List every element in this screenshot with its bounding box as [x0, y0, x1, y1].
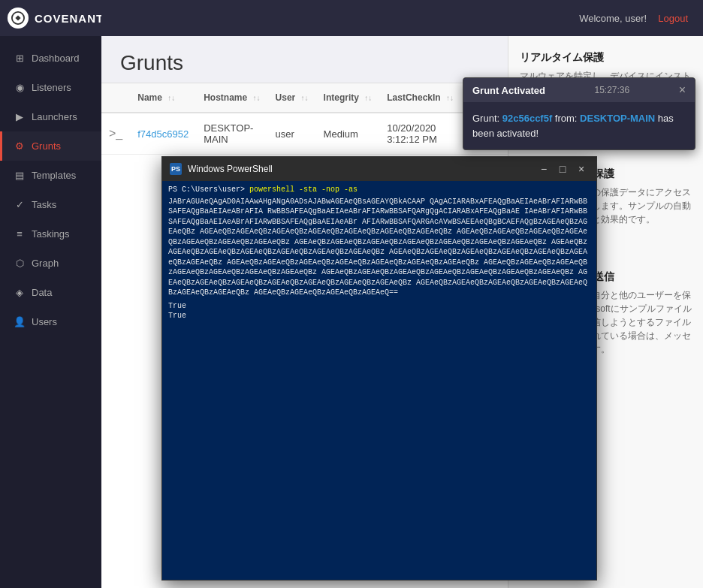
- welcome-text: Welcome, user!: [579, 13, 647, 24]
- col-name[interactable]: Name ↑↓: [130, 83, 196, 113]
- row-lastcheckin: 10/20/2020 3:12:12 PM: [379, 113, 461, 155]
- sort-name-icon: ↑↓: [167, 94, 175, 102]
- sidebar-item-listeners[interactable]: ◉ Listeners: [0, 73, 101, 102]
- sidebar-label-grunts: Grunts: [32, 140, 61, 152]
- listeners-icon: ◉: [14, 82, 26, 93]
- sidebar-label-tasks: Tasks: [32, 199, 56, 210]
- row-cmd[interactable]: >_: [101, 113, 130, 155]
- sort-lastcheckin-icon: ↑↓: [446, 94, 454, 102]
- row-integrity: Medium: [316, 113, 380, 155]
- sidebar-label-dashboard: Dashboard: [32, 53, 80, 64]
- row-name[interactable]: f74d5c6952: [130, 113, 196, 155]
- notification-title: Grunt Activated: [472, 85, 508, 96]
- launchers-icon: ▶: [14, 111, 26, 122]
- logout-button[interactable]: Logout: [658, 13, 688, 24]
- ps-command: powershell -sta -nop -as: [249, 185, 358, 194]
- dashboard-icon: ⊞: [14, 53, 26, 64]
- sidebar-item-templates[interactable]: ▤ Templates: [0, 161, 101, 190]
- notification-body: Grunt: 92c56ccf5f from: DESKTOP-MAIN has…: [463, 102, 508, 149]
- sidebar-label-templates: Templates: [32, 170, 76, 181]
- app-name: COVENANT: [35, 12, 104, 25]
- notification-grunt-id: 92c56ccf5f: [502, 113, 508, 124]
- taskings-icon: ≡: [14, 228, 26, 240]
- ps-output: JABrAGUAeQAgAD0AIAAwAHgANgA0ADsAJABwAGEA…: [168, 197, 508, 298]
- sidebar-label-launchers: Launchers: [32, 111, 77, 122]
- users-icon: 👤: [14, 316, 26, 327]
- grunts-table: Name ↑↓ Hostname ↑↓ User ↑↓: [101, 83, 508, 155]
- tasks-icon: ✓: [14, 199, 26, 210]
- ps-prompt: PS C:\Users\user>: [168, 185, 245, 194]
- ps-prompt-line: PS C:\Users\user> powershell -sta -nop -…: [168, 185, 508, 195]
- sidebar: COVENANT ⊞ Dashboard ◉ Listeners ▶ Launc…: [0, 0, 101, 588]
- logo-icon: [8, 8, 29, 29]
- sort-user-icon: ↑↓: [301, 94, 309, 102]
- app-logo: COVENANT: [0, 0, 101, 36]
- col-cmd: [101, 83, 130, 113]
- ps-result-2: True: [168, 311, 508, 321]
- notification-message: Grunt: 92c56ccf5f from: DESKTOP-MAIN has…: [472, 111, 508, 140]
- grunt-id-link[interactable]: f74d5c6952: [137, 128, 189, 140]
- page-title: Grunts: [120, 51, 489, 75]
- sidebar-item-dashboard[interactable]: ⊞ Dashboard: [0, 44, 101, 73]
- row-hostname: DESKTOP-MAIN: [196, 113, 267, 155]
- sidebar-item-taskings[interactable]: ≡ Taskings: [0, 219, 101, 249]
- templates-icon: ▤: [14, 170, 26, 181]
- sidebar-label-listeners: Listeners: [32, 82, 71, 93]
- av-realtime-title: リアルタイム保護: [520, 51, 692, 65]
- page-title-bar: Grunts: [101, 36, 508, 83]
- grunt-notification: Grunt Activated 15:27:36 × Grunt: 92c56c…: [463, 77, 508, 150]
- col-integrity[interactable]: Integrity ↑↓: [316, 83, 380, 113]
- ps-titlebar: PS Windows PowerShell − □ ×: [162, 157, 508, 181]
- sidebar-item-users[interactable]: 👤 Users: [0, 307, 101, 336]
- col-integrity-label: Integrity: [324, 92, 359, 103]
- sort-hostname-icon: ↑↓: [253, 94, 261, 102]
- grunts-icon: ⚙: [14, 140, 26, 152]
- sidebar-item-graph[interactable]: ⬡ Graph: [0, 249, 101, 278]
- notification-header: Grunt Activated 15:27:36 ×: [463, 78, 508, 102]
- graph-icon: ⬡: [14, 258, 26, 269]
- sidebar-item-tasks[interactable]: ✓ Tasks: [0, 190, 101, 219]
- sidebar-label-data: Data: [32, 287, 52, 298]
- col-hostname[interactable]: Hostname ↑↓: [196, 83, 267, 113]
- table-row: >_ f74d5c6952 DESKTOP-MAIN user Medium 1…: [101, 113, 508, 155]
- ps-result-1: True: [168, 301, 508, 312]
- col-lastcheckin-label: LastCheckIn: [387, 92, 440, 103]
- sort-integrity-icon: ↑↓: [364, 94, 372, 102]
- col-user[interactable]: User ↑↓: [268, 83, 316, 113]
- data-icon: ◈: [14, 287, 26, 298]
- col-hostname-label: Hostname: [204, 92, 247, 103]
- sidebar-label-taskings: Taskings: [32, 228, 70, 240]
- top-header: Welcome, user! Logout: [101, 0, 703, 36]
- ps-app-icon: PS: [170, 163, 182, 175]
- powershell-window: PS Windows PowerShell − □ × PS C:\Users\…: [161, 156, 508, 580]
- sidebar-nav: ⊞ Dashboard ◉ Listeners ▶ Launchers ⚙ Gr…: [0, 44, 101, 336]
- row-user: user: [268, 113, 316, 155]
- col-user-label: User: [276, 92, 296, 103]
- sidebar-item-grunts[interactable]: ⚙ Grunts: [0, 131, 101, 161]
- ps-title: Windows PowerShell: [188, 164, 508, 174]
- col-lastcheckin[interactable]: LastCheckIn ↑↓: [379, 83, 461, 113]
- sidebar-label-users: Users: [32, 316, 57, 327]
- page-area: Grunts Name ↑↓ Hostname ↑↓: [101, 36, 508, 588]
- ps-content: PS C:\Users\user> powershell -sta -nop -…: [162, 181, 508, 580]
- sidebar-item-data[interactable]: ◈ Data: [0, 278, 101, 307]
- sidebar-item-launchers[interactable]: ▶ Launchers: [0, 102, 101, 131]
- ps-icon-label: PS: [171, 165, 180, 173]
- table-header-row: Name ↑↓ Hostname ↑↓ User ↑↓: [101, 83, 508, 113]
- col-name-label: Name: [137, 92, 162, 103]
- sidebar-label-graph: Graph: [32, 258, 59, 269]
